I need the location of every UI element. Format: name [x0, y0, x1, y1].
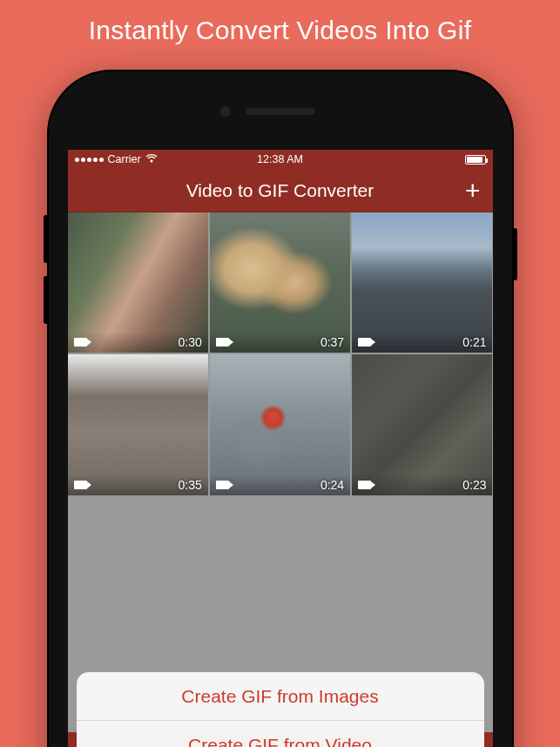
- carrier-label: Carrier: [108, 153, 141, 165]
- create-from-video-button[interactable]: Create GIF from Video: [77, 721, 484, 747]
- promo-banner-text: Instantly Convert Videos Into Gif: [89, 16, 472, 44]
- video-overlay: 0:35: [68, 474, 208, 495]
- video-thumb[interactable]: 0:24: [210, 354, 350, 495]
- video-thumb[interactable]: 0:30: [68, 212, 208, 353]
- phone-side-button: [512, 228, 517, 280]
- nav-title: Video to GIF Converter: [186, 180, 374, 201]
- video-duration: 0:30: [179, 335, 202, 349]
- status-time: 12:38 AM: [257, 153, 303, 165]
- video-duration: 0:24: [320, 478, 344, 492]
- video-overlay: 0:23: [352, 474, 492, 495]
- phone-camera: [219, 106, 230, 117]
- video-overlay: 0:21: [352, 332, 492, 353]
- video-thumb[interactable]: 0:23: [352, 354, 492, 495]
- create-from-images-button[interactable]: Create GIF from Images: [77, 672, 484, 721]
- video-overlay: 0:30: [68, 332, 208, 353]
- video-thumb[interactable]: 0:37: [210, 212, 350, 353]
- video-thumb[interactable]: 0:35: [68, 354, 208, 495]
- nav-bar: Video to GIF Converter +: [68, 169, 493, 212]
- action-sheet: Create GIF from Images Create GIF from V…: [68, 663, 493, 747]
- video-duration: 0:21: [462, 335, 486, 349]
- add-button[interactable]: +: [465, 178, 481, 204]
- promo-banner: Instantly Convert Videos Into Gif: [0, 0, 560, 57]
- video-overlay: 0:24: [210, 474, 350, 495]
- video-icon: [216, 338, 229, 347]
- phone-frame: Carrier 12:38 AM Video to GIF Converter …: [49, 71, 512, 747]
- video-grid: 0:30 0:37 0:21: [68, 212, 493, 495]
- status-carrier: Carrier: [75, 153, 280, 165]
- video-icon: [358, 481, 371, 489]
- wifi-icon: [145, 153, 158, 165]
- video-overlay: 0:37: [210, 332, 350, 353]
- action-sheet-options: Create GIF from Images Create GIF from V…: [77, 672, 484, 747]
- status-bar: Carrier 12:38 AM: [68, 150, 493, 169]
- video-duration: 0:23: [462, 478, 486, 492]
- video-icon: [74, 481, 87, 489]
- status-battery: [280, 155, 486, 165]
- signal-icon: [75, 158, 104, 162]
- video-duration: 0:35: [179, 478, 202, 492]
- video-icon: [358, 338, 371, 347]
- phone-screen: Carrier 12:38 AM Video to GIF Converter …: [68, 150, 493, 747]
- battery-icon: [465, 155, 486, 165]
- video-thumb[interactable]: 0:21: [352, 212, 492, 353]
- video-icon: [216, 481, 229, 489]
- video-duration: 0:37: [320, 335, 344, 349]
- phone-speaker: [246, 108, 315, 115]
- video-icon: [74, 338, 87, 347]
